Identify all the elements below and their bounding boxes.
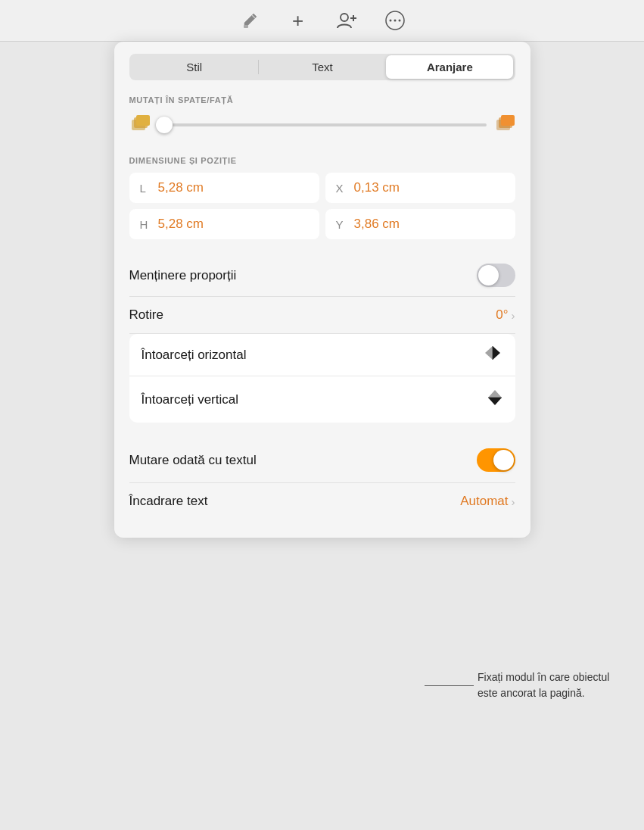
move-with-text-label: Mutare odată cu textul <box>129 453 257 468</box>
svg-marker-17 <box>488 390 502 398</box>
flip-horizontal-icon <box>482 345 503 365</box>
rotation-label: Rotire <box>129 307 163 323</box>
dim-X[interactable]: X 0,13 cm <box>325 173 515 203</box>
svg-marker-14 <box>493 346 500 360</box>
dim-X-value: 0,13 cm <box>354 180 400 195</box>
move-with-text-knob <box>493 450 514 470</box>
dim-L[interactable]: L 5,28 cm <box>129 173 319 203</box>
dim-grid: L 5,28 cm X 0,13 cm H 5,28 cm Y 3,86 cm <box>129 173 515 239</box>
svg-rect-16 <box>492 346 493 360</box>
dimension-section: DIMENSIUNE ȘI POZIȚIE L 5,28 cm X 0,13 c… <box>129 156 515 239</box>
dim-Y[interactable]: Y 3,86 cm <box>325 209 515 239</box>
tab-text[interactable]: Text <box>259 55 386 79</box>
flip-vertical-label: Întoarceți vertical <box>142 392 239 407</box>
layer-slider[interactable] <box>158 123 487 126</box>
add-icon[interactable]: + <box>286 8 310 33</box>
slider-thumb[interactable] <box>156 117 173 133</box>
callout: Fixați modul în care obiectul este ancor… <box>478 669 621 701</box>
dim-L-value: 5,28 cm <box>158 180 204 195</box>
callout-line <box>425 685 474 686</box>
svg-point-1 <box>341 14 348 21</box>
move-with-text-row: Mutare odată cu textul <box>129 438 515 483</box>
more-icon[interactable] <box>383 8 407 33</box>
text-wrap-value: Automat <box>460 494 508 509</box>
move-with-text-toggle[interactable] <box>477 448 515 472</box>
dim-L-label: L <box>140 182 151 195</box>
dim-H-value: 5,28 cm <box>158 217 204 232</box>
svg-point-7 <box>398 20 400 22</box>
dim-H[interactable]: H 5,28 cm <box>129 209 319 239</box>
svg-marker-15 <box>485 346 493 360</box>
dim-Y-label: Y <box>336 218 347 231</box>
layer-back-icon <box>129 112 151 138</box>
dim-Y-value: 3,86 cm <box>354 217 400 232</box>
text-wrap-chevron-icon: › <box>512 495 515 508</box>
flip-vertical-icon <box>487 387 503 412</box>
flip-vertical-button[interactable]: Întoarceți vertical <box>129 376 515 423</box>
layer-slider-row <box>129 112 515 138</box>
text-wrap-value-group[interactable]: Automat › <box>460 494 515 509</box>
maintain-proportions-toggle[interactable] <box>477 264 515 287</box>
svg-rect-19 <box>488 397 502 398</box>
svg-rect-0 <box>244 25 248 28</box>
flip-horizontal-label: Întoarceți orizontal <box>142 348 247 363</box>
flip-horizontal-button[interactable]: Întoarceți orizontal <box>129 334 515 376</box>
text-wrap-label: Încadrare text <box>129 494 208 509</box>
arrange-panel: Stil Text Aranjare MUTAȚI ÎN SPATE/FAȚĂ <box>114 42 530 538</box>
move-section-label: MUTAȚI ÎN SPATE/FAȚĂ <box>129 95 515 105</box>
tab-stil[interactable]: Stil <box>131 55 258 79</box>
rotation-value-group[interactable]: 0° › <box>496 307 515 323</box>
move-section: MUTAȚI ÎN SPATE/FAȚĂ <box>129 95 515 138</box>
svg-rect-10 <box>136 115 150 126</box>
tab-aranjare[interactable]: Aranjare <box>386 55 513 79</box>
paintbrush-icon[interactable] <box>238 8 262 33</box>
tab-bar: Stil Text Aranjare <box>129 54 515 80</box>
dim-section-label: DIMENSIUNE ȘI POZIȚIE <box>129 156 515 165</box>
toggle-knob <box>478 265 499 286</box>
dim-H-label: H <box>140 218 151 231</box>
text-wrap-row: Încadrare text Automat › <box>129 483 515 520</box>
svg-point-5 <box>389 20 391 22</box>
maintain-proportions-label: Menținere proporții <box>129 268 237 283</box>
rotation-chevron-icon: › <box>512 309 515 322</box>
flip-section: Întoarceți orizontal Întoarceți vertical <box>129 334 515 423</box>
toolbar: + <box>0 0 644 42</box>
svg-point-6 <box>394 20 396 22</box>
dim-X-label: X <box>336 182 347 195</box>
rotation-row: Rotire 0° › <box>129 297 515 334</box>
rotation-value: 0° <box>496 307 508 323</box>
layer-front-icon <box>494 112 515 138</box>
svg-rect-13 <box>501 115 515 126</box>
add-person-icon[interactable] <box>334 8 359 33</box>
svg-marker-18 <box>488 398 502 405</box>
callout-text: Fixați modul în care obiectul este ancor… <box>478 671 609 699</box>
maintain-proportions-row: Menținere proporții <box>129 254 515 297</box>
